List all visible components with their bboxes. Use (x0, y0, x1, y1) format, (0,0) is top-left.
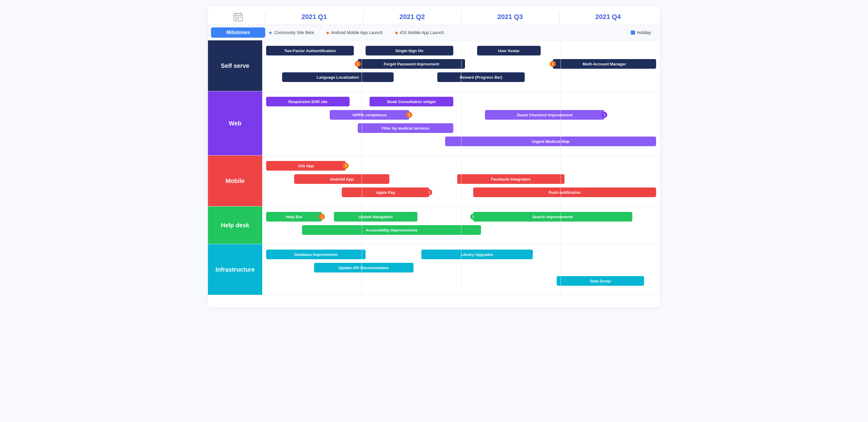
bar-label-self-serve-1: Single-Sign On (366, 46, 453, 56)
section-content-mobile: iOS App3Android AppFacebook IntegrationA… (262, 155, 660, 206)
svg-rect-5 (238, 17, 239, 18)
section-label-web: Web (208, 91, 262, 155)
bar-label-infrastructure-3: Data Dump (557, 276, 644, 286)
milestone-community: ★ Community Site Beta (268, 30, 314, 36)
bar-self-serve-0: Two-Factor Authentification (266, 46, 353, 56)
section-mobile: MobileiOS App3Android AppFacebook Integr… (208, 155, 660, 207)
bar-self-serve-2: User Avatar (477, 46, 541, 56)
badge-help-desk-2: 1 (470, 214, 476, 220)
quarter-divider-75 (561, 207, 561, 244)
bar-label-web-1: Book Consultation widget (370, 97, 453, 107)
bar-label-web-2: HIPPA compliance (330, 110, 409, 120)
section-label-mobile: Mobile (208, 155, 262, 206)
quarter-divider-75 (561, 155, 561, 206)
bar-web-5: Urgent Medical Help (445, 137, 656, 146)
milestones-label: Milistones (211, 27, 265, 38)
bar-label-infrastructure-2: Update API Documentation (314, 263, 413, 272)
bar-self-serve-1: Single-Sign On (366, 46, 453, 56)
section-content-help-desk: Help Bot1Update NavigationSearch Improve… (262, 207, 660, 244)
bar-label-web-3: Guest Checkout Improvement (485, 110, 604, 120)
bars-container: iOS App3Android AppFacebook IntegrationA… (262, 158, 660, 203)
bar-self-serve-4: Multi-Account Manager1 (553, 59, 656, 69)
bar-infrastructure-3: Data Dump (557, 276, 644, 286)
svg-rect-8 (238, 19, 239, 20)
bar-label-mobile-2: Facebook Integration (457, 174, 564, 184)
badge-self-serve-3: 1 (355, 61, 361, 67)
q4-header: 2021 Q4 (559, 13, 657, 21)
section-content-web: Responsive EHR siteBook Consultation wid… (262, 91, 660, 155)
bar-help-desk-2: Search Improvements1 (473, 212, 632, 221)
bar-self-serve-5: Language Localization (282, 72, 394, 82)
holiday-badge: Holiday (631, 30, 651, 35)
bars-container: Database ImprovementLibrary UpgradesUpda… (262, 247, 660, 292)
bar-label-help-desk-2: Search Improvements (473, 212, 632, 221)
bars-container: Responsive EHR siteBook Consultation wid… (262, 94, 660, 152)
quarter-divider-75 (561, 40, 561, 91)
svg-rect-7 (236, 19, 237, 20)
bar-label-mobile-1: Android App (294, 174, 390, 184)
section-content-self-serve: Two-Factor AuthentificationSingle-Sign O… (262, 40, 660, 91)
milestone-ios: ◆ iOS Mobile App Launch (395, 30, 444, 35)
bar-mobile-3: Apple Pay1 (342, 187, 429, 197)
bar-mobile-1: Android App (294, 174, 390, 184)
roadmap-container: 2021 Q1 2021 Q2 2021 Q3 2021 Q4 Miliston… (208, 6, 660, 307)
quarter-divider-75 (561, 91, 561, 155)
badge-mobile-3: 1 (426, 189, 432, 195)
section-infrastructure: InfrastructureDatabase ImprovementLibrar… (208, 244, 660, 295)
bar-label-web-0: Responsive EHR site (266, 97, 350, 107)
bar-label-self-serve-3: Forgot Password Improvment (358, 59, 465, 69)
bar-help-desk-1: Update Navigation (334, 212, 417, 221)
milestones-content: ★ Community Site Beta ◆ Android Mobile A… (265, 30, 461, 36)
bar-label-help-desk-1: Update Navigation (334, 212, 417, 221)
bar-web-1: Book Consultation widget (370, 97, 453, 107)
holiday-square-icon (631, 30, 635, 35)
diamond-icon-ios: ◆ (395, 30, 398, 35)
bar-label-web-5: Urgent Medical Help (445, 137, 656, 146)
section-self-serve: Self serveTwo-Factor AuthentificationSin… (208, 40, 660, 91)
quarter-divider-75 (561, 244, 561, 295)
q4-label: 2021 Q4 (595, 13, 621, 21)
section-help-desk: Help deskHelp Bot1Update NavigationSearc… (208, 207, 660, 244)
section-web: WebResponsive EHR siteBook Consultation … (208, 91, 660, 155)
q3-label: 2021 Q3 (497, 13, 523, 21)
bar-web-3: Guest Checkout Improvement1 (485, 110, 604, 120)
bar-label-help-desk-3: Accessibility Improvements (302, 225, 481, 235)
bar-web-2: HIPPA compliance1 (330, 110, 409, 120)
badge-web-3: 1 (601, 112, 607, 118)
bar-mobile-4: Push notification (473, 187, 656, 197)
bar-label-help-desk-0: Help Bot (266, 212, 322, 221)
q2-header: 2021 Q2 (363, 13, 461, 21)
bar-label-self-serve-6: Reward (Progress Bar) (437, 72, 525, 82)
bar-self-serve-3: Forgot Password Improvment1 (358, 59, 465, 69)
bar-label-self-serve-2: User Avatar (477, 46, 541, 56)
bar-mobile-2: Facebook Integration (457, 174, 564, 184)
section-content-infrastructure: Database ImprovementLibrary UpgradesUpda… (262, 244, 660, 295)
bar-label-infrastructure-1: Library Upgrades (421, 249, 533, 259)
badge-self-serve-4: 1 (550, 61, 556, 67)
bar-help-desk-3: Accessibility Improvements (302, 225, 481, 235)
bar-label-mobile-3: Apple Pay (342, 187, 429, 197)
sections-container: Self serveTwo-Factor AuthentificationSin… (208, 40, 660, 295)
section-label-help-desk: Help desk (208, 207, 262, 244)
bars-container: Two-Factor AuthentificationSingle-Sign O… (262, 43, 660, 88)
bar-infrastructure-1: Library Upgrades (421, 249, 533, 259)
q1-label: 2021 Q1 (301, 13, 327, 21)
bar-label-self-serve-0: Two-Factor Authentification (266, 46, 353, 56)
bar-label-mobile-4: Push notification (473, 187, 656, 197)
bar-self-serve-6: Reward (Progress Bar) (437, 72, 525, 82)
header-row: 2021 Q1 2021 Q2 2021 Q3 2021 Q4 (208, 12, 660, 25)
milestones-row: Milistones ★ Community Site Beta ◆ Andro… (208, 25, 660, 40)
bar-label-self-serve-5: Language Localization (282, 72, 394, 82)
star-icon: ★ (268, 30, 273, 36)
q2-label: 2021 Q2 (399, 13, 425, 21)
bar-infrastructure-0: Database Improvement (266, 249, 366, 259)
badge-web-2: 1 (406, 112, 412, 118)
q1-header: 2021 Q1 (265, 13, 363, 21)
bar-help-desk-0: Help Bot1 (266, 212, 322, 221)
section-label-self-serve: Self serve (208, 40, 262, 91)
bar-web-4: Filter by medical services (358, 123, 453, 133)
q3-header: 2021 Q3 (461, 13, 559, 21)
holiday-cell: Holiday (461, 30, 657, 35)
badge-help-desk-0: 1 (319, 214, 325, 220)
calendar-icon (233, 12, 243, 22)
